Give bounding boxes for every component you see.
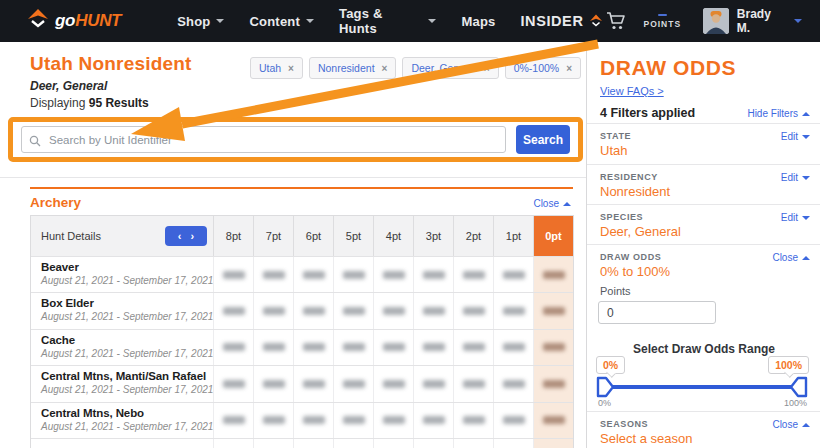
search-button[interactable]: Search — [516, 125, 570, 154]
table-row[interactable]: Central Mtns, Manti/San Rafael August 21… — [31, 365, 573, 401]
search-highlight-box: Search — [8, 117, 583, 162]
close-icon[interactable]: × — [382, 63, 388, 74]
chip-label: 0%-100% — [514, 62, 560, 74]
table-row[interactable] — [31, 438, 573, 448]
table-row[interactable]: Beaver August 21, 2021 - September 17, 2… — [31, 256, 573, 292]
odds-cell-blurred — [333, 366, 373, 401]
hunt-details-cell: Box Elder August 21, 2021 - September 17… — [31, 293, 213, 328]
col-header-8pt[interactable]: 8pt — [213, 216, 253, 256]
points-nav-item[interactable]: POINTS — [643, 14, 681, 29]
chevron-down-icon[interactable] — [794, 19, 802, 23]
odds-cell-blurred — [333, 330, 373, 365]
col-header-2pt[interactable]: 2pt — [453, 216, 493, 256]
avatar[interactable] — [703, 8, 729, 34]
chip-residency[interactable]: Nonresident × — [309, 57, 396, 79]
close-seasons-link[interactable]: Close — [772, 419, 810, 430]
cart-icon[interactable] — [605, 11, 627, 31]
odds-cell-blurred — [293, 366, 333, 401]
close-icon[interactable]: × — [566, 63, 572, 74]
view-faqs-link[interactable]: View FAQs > — [600, 85, 664, 97]
hunt-name[interactable]: Beaver — [41, 261, 203, 273]
edit-residency-link[interactable]: Edit — [781, 172, 810, 183]
odds-cell-blurred — [533, 293, 573, 328]
hide-filters-link[interactable]: Hide Filters — [747, 108, 810, 119]
table-header-row: Hunt Details ‹ › 8pt 7pt 6pt 5pt 4pt 3pt… — [31, 216, 573, 256]
next-columns-button[interactable]: › — [191, 231, 195, 242]
odds-cell-blurred — [253, 403, 293, 438]
nav-item-shop[interactable]: Shop — [175, 8, 226, 35]
odds-cell-blurred — [213, 366, 253, 401]
chip-species[interactable]: Deer, General × — [402, 57, 498, 79]
nav-item-maps[interactable]: Maps — [459, 8, 497, 35]
top-nav: goHUNT Shop Content Tags & Hunts Maps IN… — [0, 0, 820, 42]
hunt-name[interactable]: Central Mtns, Manti/San Rafael — [41, 370, 203, 382]
chip-label: Nonresident — [318, 62, 375, 74]
draw-odds-table: Hunt Details ‹ › 8pt 7pt 6pt 5pt 4pt 3pt… — [30, 215, 574, 448]
col-header-1pt[interactable]: 1pt — [493, 216, 533, 256]
section-close-link[interactable]: Close — [533, 198, 571, 209]
col-header-5pt[interactable]: 5pt — [333, 216, 373, 256]
gohunt-logo[interactable]: goHUNT — [26, 8, 121, 34]
chevron-down-icon — [216, 19, 224, 23]
blurred-value — [543, 271, 565, 279]
table-row[interactable]: Box Elder August 21, 2021 - September 17… — [31, 292, 573, 328]
blurred-value — [543, 416, 565, 424]
blurred-value — [223, 380, 245, 388]
filter-value-species[interactable]: Deer, General — [600, 224, 681, 239]
blurred-value — [463, 380, 485, 388]
col-header-0pt[interactable]: 0pt — [533, 216, 573, 256]
odds-cell-blurred — [453, 330, 493, 365]
table-row[interactable]: Central Mtns, Nebo August 21, 2021 - Sep… — [31, 402, 573, 438]
filter-value-draw-odds[interactable]: 0% to 100% — [600, 264, 670, 279]
blurred-value — [343, 271, 365, 279]
nav-item-content[interactable]: Content — [247, 8, 316, 35]
chevron-down-icon — [306, 19, 314, 23]
odds-cell-blurred — [493, 293, 533, 328]
prev-columns-button[interactable]: ‹ — [178, 231, 182, 242]
odds-cell-blurred — [213, 403, 253, 438]
table-row[interactable]: Cache August 21, 2021 - September 17, 20… — [31, 329, 573, 365]
hunt-name[interactable]: Central Mtns, Nebo — [41, 407, 203, 419]
edit-state-link[interactable]: Edit — [781, 131, 810, 142]
filter-value-state[interactable]: Utah — [600, 143, 627, 158]
blurred-value — [263, 380, 285, 388]
seasons-select[interactable]: Select a season — [600, 431, 693, 446]
hunt-name[interactable]: Box Elder — [41, 297, 203, 309]
odds-cell-blurred — [453, 403, 493, 438]
chip-state[interactable]: Utah × — [250, 57, 303, 79]
chip-draw-odds[interactable]: 0%-100% × — [505, 57, 581, 79]
close-draw-odds-link[interactable]: Close — [772, 252, 810, 263]
edit-species-link[interactable]: Edit — [781, 212, 810, 223]
blurred-value — [383, 271, 405, 279]
user-menu[interactable]: Brady M. — [737, 7, 787, 35]
hunt-dates: August 21, 2021 - September 17, 2021 — [41, 275, 203, 286]
blurred-value — [303, 380, 325, 388]
slider-handle-max — [791, 378, 806, 396]
odds-cell-blurred — [253, 257, 293, 292]
points-input[interactable] — [598, 301, 716, 324]
blurred-value — [543, 343, 565, 351]
close-icon[interactable]: × — [484, 63, 490, 74]
odds-cell-blurred — [373, 439, 413, 448]
odds-cell-blurred — [293, 330, 333, 365]
col-header-7pt[interactable]: 7pt — [253, 216, 293, 256]
col-header-6pt[interactable]: 6pt — [293, 216, 333, 256]
divider — [587, 204, 820, 205]
odds-cell-blurred — [373, 257, 413, 292]
blurred-value — [503, 416, 525, 424]
col-header-4pt[interactable]: 4pt — [373, 216, 413, 256]
close-icon[interactable]: × — [288, 63, 294, 74]
column-pager[interactable]: ‹ › — [165, 226, 207, 246]
nav-item-label: Tags & Hunts — [339, 6, 422, 36]
filter-value-residency[interactable]: Nonresident — [600, 184, 670, 199]
nav-item-label: Content — [249, 14, 300, 29]
hunt-name[interactable]: Cache — [41, 334, 203, 346]
search-field-wrap — [21, 126, 506, 153]
blurred-value — [503, 343, 525, 351]
search-input[interactable] — [21, 126, 506, 153]
search-icon — [29, 133, 41, 151]
nav-item-tags-hunts[interactable]: Tags & Hunts — [337, 0, 438, 42]
col-header-3pt[interactable]: 3pt — [413, 216, 453, 256]
nav-item-insider[interactable]: INSIDER — [518, 7, 605, 35]
draw-odds-slider[interactable] — [595, 373, 809, 405]
